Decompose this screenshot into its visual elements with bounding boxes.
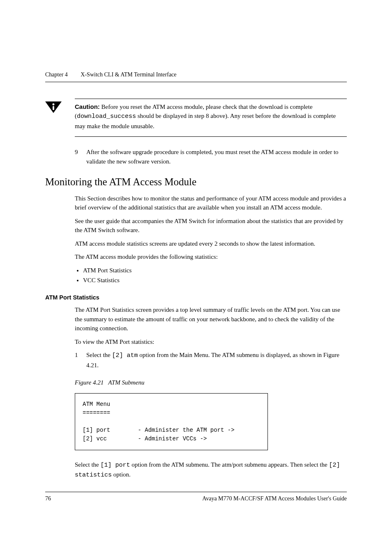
page-header: Chapter 4 X-Switch CLI & ATM Terminal In… bbox=[45, 70, 347, 82]
after-figure-para: Select the [1] port option from the ATM … bbox=[75, 460, 347, 480]
svg-rect-2 bbox=[53, 106, 54, 110]
section-p4: The ATM access module provides the follo… bbox=[75, 252, 347, 262]
step-1: 1 Select the [2] atm option from the Mai… bbox=[75, 350, 347, 370]
chapter-title: X-Switch CLI & ATM Terminal Interface bbox=[81, 71, 176, 78]
figure-caption: Figure 4.21 ATM Submenu bbox=[75, 378, 347, 387]
step-9: 9 After the software upgrade procedure i… bbox=[75, 147, 347, 166]
page-footer: 76 Avaya M770 M-ACCF/SF ATM Access Modul… bbox=[45, 492, 347, 503]
section-p2: See the user guide that accompanies the … bbox=[75, 216, 347, 235]
step1-before: Select the bbox=[86, 352, 112, 358]
afterfig-after: option. bbox=[112, 471, 131, 478]
chapter-number: Chapter 4 bbox=[45, 71, 68, 78]
step-number: 1 bbox=[75, 350, 86, 370]
footer-text: Avaya M770 M-ACCF/SF ATM Access Modules … bbox=[202, 494, 347, 503]
caution-icon bbox=[45, 101, 62, 115]
afterfig-before1: Select the bbox=[75, 461, 100, 468]
list-item: ATM Port Statistics bbox=[83, 266, 347, 275]
figure-title: ATM Submenu bbox=[108, 379, 144, 386]
section-p3: ATM access module statistics screens are… bbox=[75, 239, 347, 249]
list-item: VCC Statistics bbox=[83, 276, 347, 285]
subsection-p1: The ATM Port Statistics screen provides … bbox=[75, 305, 347, 333]
section-title: Monitoring the ATM Access Module bbox=[45, 174, 347, 190]
caution-label: Caution: bbox=[75, 103, 100, 110]
page-number: 76 bbox=[45, 494, 51, 503]
caution-block: Caution: Before you reset the ATM access… bbox=[75, 99, 347, 137]
svg-point-1 bbox=[53, 103, 55, 105]
step-text: After the software upgrade procedure is … bbox=[86, 147, 347, 166]
figure-number: Figure 4.21 bbox=[75, 379, 104, 386]
atm-submenu-code: ATM Menu ======== [1] port - Administer … bbox=[75, 393, 268, 450]
step-number: 9 bbox=[75, 147, 86, 166]
afterfig-mid: option from the ATM submenu. The atm/por… bbox=[130, 461, 329, 468]
subsection-p2: To view the ATM Port statistics: bbox=[75, 337, 347, 347]
afterfig-mono1: [1] port bbox=[100, 462, 130, 469]
statistics-list: ATM Port Statistics VCC Statistics bbox=[75, 266, 347, 285]
section-p1: This Section describes how to monitor th… bbox=[75, 194, 347, 212]
subsection-title: ATM Port Statistics bbox=[45, 293, 347, 302]
step1-mono: [2] atm bbox=[112, 352, 138, 359]
caution-mono: download_success bbox=[77, 113, 136, 120]
